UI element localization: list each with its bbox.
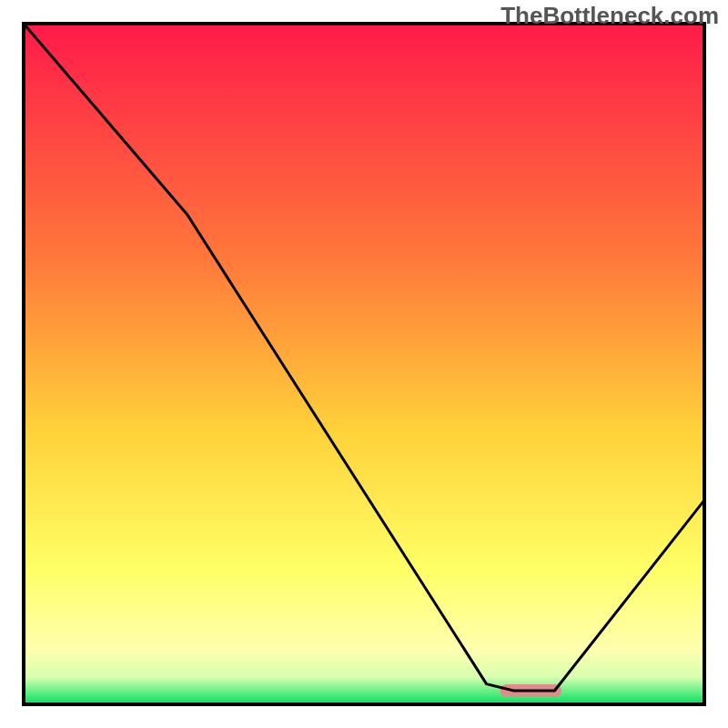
watermark-text: TheBottleneck.com: [500, 2, 719, 30]
chart-svg: [0, 0, 728, 728]
gradient-background: [24, 24, 704, 704]
chart-container: TheBottleneck.com: [0, 0, 728, 728]
